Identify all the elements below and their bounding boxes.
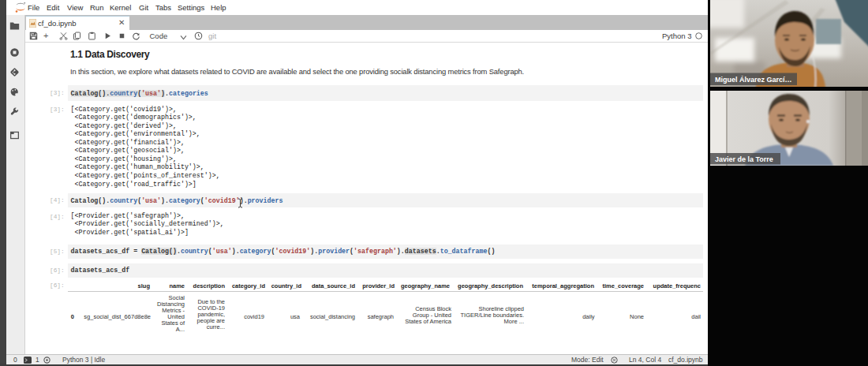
svg-text:Javier de la Torre: Javier de la Torre [715, 155, 773, 163]
svg-text:Miguel Álvarez Garcí…: Miguel Álvarez Garcí… [715, 76, 792, 84]
